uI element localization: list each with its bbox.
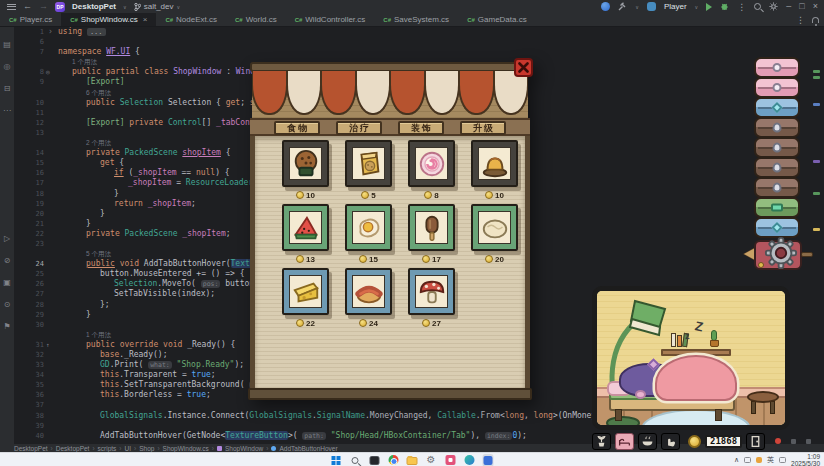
- shop-item-bread-bag[interactable]: [345, 140, 392, 187]
- problems-tool-icon[interactable]: ⊘: [4, 257, 11, 265]
- shop-item-cheese[interactable]: [282, 268, 329, 315]
- shop-item-dough[interactable]: [471, 204, 518, 251]
- shop-item-fried-egg[interactable]: [345, 204, 392, 251]
- commit-tool-icon[interactable]: ◎: [4, 63, 11, 71]
- debug-tool-icon[interactable]: ⊙: [4, 301, 11, 309]
- code-line[interactable]: 7namespace WF.UI {: [14, 47, 824, 57]
- run-tool-icon[interactable]: ▷: [4, 235, 10, 243]
- chevron-down-icon[interactable]: ∨: [695, 4, 699, 10]
- maximize-button[interactable]: □: [799, 2, 804, 11]
- plant-button[interactable]: [592, 433, 611, 450]
- shop-tab-2[interactable]: 装饰: [398, 121, 444, 135]
- shop-item-pudding[interactable]: [471, 140, 518, 187]
- editor-scrollbar[interactable]: [812, 30, 822, 440]
- run-button[interactable]: [706, 3, 712, 11]
- taskbar-icon-app-pink[interactable]: [445, 455, 456, 466]
- taskbar-icon-explorer-dark[interactable]: [369, 455, 380, 466]
- taskbar-icon-edge[interactable]: [464, 455, 475, 466]
- ime-indicator[interactable]: 英: [767, 455, 774, 465]
- bowl-button[interactable]: [638, 433, 657, 450]
- shop-item-watermelon[interactable]: [282, 204, 329, 251]
- hand-button[interactable]: [661, 433, 680, 450]
- editor-tab-player-cs[interactable]: C#Player.cs: [0, 13, 61, 26]
- code-line[interactable]: 1›using ...: [14, 27, 824, 37]
- settings-gear-icon[interactable]: [769, 2, 778, 11]
- taskbar-icon-chrome[interactable]: [388, 455, 399, 466]
- breadcrumb-item[interactable]: ShopWindow.cs: [163, 445, 209, 452]
- shop-item-hotdog[interactable]: [345, 268, 392, 315]
- fold-marker-icon[interactable]: ›: [48, 27, 53, 37]
- taskbar-icon-settings[interactable]: ⚙: [426, 455, 437, 466]
- run-config-name[interactable]: Player: [664, 2, 687, 11]
- breadcrumb-item[interactable]: DesktopPet: [14, 445, 48, 452]
- terminal-tool-icon[interactable]: ⚑: [3, 323, 10, 331]
- chest-blue[interactable]: [754, 217, 800, 238]
- tab-close-icon[interactable]: ×: [143, 15, 148, 24]
- project-tool-icon[interactable]: ▤: [3, 41, 11, 49]
- back-icon[interactable]: ←: [23, 2, 32, 11]
- breadcrumb-item[interactable]: DesktopPet: [56, 445, 90, 452]
- shop-tab-0[interactable]: 食物: [274, 121, 320, 135]
- notifications-bell-icon[interactable]: [812, 17, 819, 23]
- breadcrumb-item[interactable]: AddTabButtonHover: [279, 445, 337, 452]
- structure-tool-icon[interactable]: ⊟: [4, 85, 11, 93]
- chest-pink[interactable]: [754, 57, 800, 78]
- gear-icon[interactable]: [764, 236, 798, 270]
- breadcrumb-item[interactable]: UI: [125, 445, 132, 452]
- chest-brown[interactable]: [754, 177, 800, 198]
- editor-tab-savesystem-cs[interactable]: C#SaveSystem.cs: [374, 13, 458, 26]
- gacha-machine[interactable]: [746, 236, 810, 274]
- chest-blue[interactable]: [754, 97, 800, 118]
- project-name[interactable]: DesktopPet: [72, 2, 116, 11]
- taskbar-icon-folder[interactable]: [407, 455, 418, 466]
- breadcrumb-item[interactable]: scripts: [98, 445, 117, 452]
- shop-tab-1[interactable]: 治疗: [336, 121, 382, 135]
- machine-crank-handle[interactable]: [801, 252, 813, 257]
- close-button[interactable]: ×: [813, 2, 818, 11]
- assistant-icon[interactable]: [601, 2, 610, 11]
- main-menu-icon[interactable]: [7, 2, 16, 11]
- editor-tab-shopwindow-cs[interactable]: C#ShopWindow.cs×: [61, 13, 156, 26]
- forward-icon[interactable]: →: [39, 2, 48, 11]
- more-actions-icon[interactable]: ⋮: [737, 2, 746, 12]
- shop-item-popsicle[interactable]: [408, 204, 455, 251]
- editor-tab-wildcontroller-cs[interactable]: C#WildController.cs: [286, 13, 375, 26]
- services-tool-icon[interactable]: ▣: [3, 279, 11, 287]
- taskbar-icon-win[interactable]: [331, 455, 342, 466]
- door-button[interactable]: [746, 433, 765, 450]
- tray-icon[interactable]: [779, 457, 786, 463]
- editor-tab-gamedata-cs[interactable]: C#GameData.cs: [458, 13, 536, 26]
- vcs-branch[interactable]: salt_dev ∨: [134, 2, 180, 11]
- shop-item-naruto-fishcake[interactable]: [408, 140, 455, 187]
- breadcrumb-item[interactable]: Shop: [139, 445, 154, 452]
- chevron-down-icon[interactable]: ∨: [635, 4, 639, 10]
- chest-brown[interactable]: [754, 157, 800, 178]
- tray-icon[interactable]: [756, 457, 762, 463]
- bed-button[interactable]: [615, 433, 634, 450]
- build-hammer-icon[interactable]: [618, 2, 627, 11]
- more-tools-icon[interactable]: ⋯: [3, 107, 11, 115]
- shop-tab-3[interactable]: 升级: [460, 121, 506, 135]
- tray-caret-icon[interactable]: ∧: [734, 456, 739, 464]
- minimize-button[interactable]: –: [786, 2, 791, 11]
- shop-close-button[interactable]: [514, 58, 533, 77]
- shop-item-onigiri-cookie[interactable]: [282, 140, 329, 187]
- shop-item-mushroom[interactable]: [408, 268, 455, 315]
- taskbar-icon-pet-app[interactable]: [483, 455, 494, 466]
- class-gutter-icon[interactable]: ◎: [46, 67, 50, 77]
- editor-tab-nodeext-cs[interactable]: C#NodeExt.cs: [156, 13, 226, 26]
- search-everywhere-icon[interactable]: [754, 3, 761, 10]
- editor-tab-world-cs[interactable]: C#World.cs: [226, 13, 286, 26]
- debug-button[interactable]: [720, 2, 729, 11]
- chest-brown[interactable]: [754, 137, 800, 158]
- taskbar-clock[interactable]: 1:09 2025/5/30: [791, 453, 820, 466]
- chest-brown[interactable]: [754, 117, 800, 138]
- taskbar-icon-search[interactable]: [350, 455, 361, 466]
- override-gutter-icon[interactable]: ↑: [46, 340, 50, 350]
- code-line[interactable]: 6: [14, 37, 824, 47]
- chest-green[interactable]: [754, 197, 800, 218]
- chest-pink[interactable]: [754, 77, 800, 98]
- breadcrumb-item[interactable]: ShopWindow: [225, 445, 263, 452]
- tab-options-icon[interactable]: ⋮: [796, 15, 805, 25]
- tray-icon[interactable]: [744, 457, 751, 463]
